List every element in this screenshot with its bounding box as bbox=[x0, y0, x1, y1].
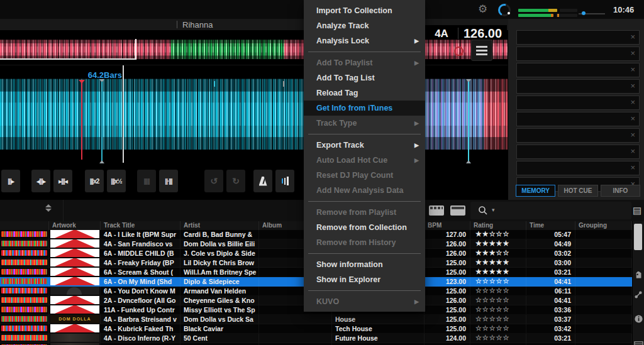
info-icon[interactable] bbox=[634, 314, 643, 324]
detail-waveform[interactable]: 64.2Bars bbox=[0, 65, 508, 163]
cell-rating[interactable]: ★★★★★ bbox=[470, 239, 526, 248]
menu-divider bbox=[308, 201, 421, 202]
grid-double-button[interactable]: |||x2 bbox=[85, 170, 104, 192]
close-icon[interactable]: × bbox=[630, 146, 635, 156]
album-artwork bbox=[50, 334, 99, 342]
layout-two-pane-icon[interactable] bbox=[429, 205, 444, 216]
cell-time: 03:21 bbox=[526, 268, 575, 277]
panel-expander[interactable] bbox=[40, 204, 57, 217]
deck-header-divider bbox=[177, 21, 177, 28]
close-icon[interactable]: × bbox=[630, 130, 635, 140]
cell-rating[interactable]: ☆☆☆☆☆ bbox=[470, 296, 526, 305]
grid-half-button[interactable]: |||x½ bbox=[107, 170, 126, 192]
menu-item[interactable]: Import To Collection bbox=[304, 3, 425, 18]
cell-rating[interactable]: ☆☆☆☆☆ bbox=[470, 305, 526, 314]
close-icon[interactable]: × bbox=[630, 48, 635, 58]
memory-cue-slot: × bbox=[516, 79, 640, 94]
crossfader-slider-handle[interactable] bbox=[582, 11, 586, 15]
cell-rating[interactable]: ★★☆☆☆ bbox=[470, 230, 526, 239]
cell-bpm: 125.00 bbox=[425, 287, 470, 295]
menu-item[interactable]: Reload Tag bbox=[304, 85, 425, 101]
album-artwork bbox=[50, 239, 99, 248]
column-header-blank[interactable] bbox=[0, 221, 49, 230]
beat-tick-volume-button[interactable] bbox=[275, 170, 294, 192]
track-waveform-strip bbox=[1, 241, 47, 246]
cell-rating[interactable]: ☆☆☆☆☆ bbox=[470, 334, 526, 342]
cell-time: 05:47 bbox=[526, 230, 575, 239]
cell-rating[interactable]: ☆☆☆☆☆ bbox=[470, 315, 526, 324]
cell-bpm: 125.00 bbox=[425, 324, 470, 333]
grid-move-right-button[interactable]: ▸|||◂ bbox=[53, 170, 72, 192]
cell-rating[interactable]: ☆☆☆☆☆ bbox=[470, 324, 526, 333]
table-row[interactable]: 4A - Disco Inferno (R-Y50 CentFuture Hou… bbox=[0, 334, 632, 343]
settings-gear-icon[interactable]: ⚙ bbox=[478, 3, 487, 16]
cell-time: 04:41 bbox=[526, 296, 575, 305]
deck-menu-button[interactable] bbox=[471, 40, 492, 61]
close-icon[interactable]: × bbox=[630, 114, 635, 124]
master-volume-knob[interactable] bbox=[498, 4, 511, 16]
cue-panel-tabs: MEMORYHOT CUEINFO bbox=[516, 185, 640, 197]
close-icon[interactable]: × bbox=[630, 65, 635, 75]
memory-cue-slot: × bbox=[516, 161, 640, 175]
cell-bpm: 126.00 bbox=[425, 239, 470, 248]
cell-grouping bbox=[575, 249, 632, 258]
close-icon[interactable]: × bbox=[630, 32, 635, 42]
column-list-icon[interactable]: ▤ bbox=[633, 205, 641, 216]
memory-cue-marker-bottom bbox=[99, 160, 104, 163]
column-header-BPM[interactable]: BPM bbox=[425, 221, 470, 230]
cell-rating[interactable]: ☆☆☆☆☆ bbox=[470, 287, 526, 295]
close-icon[interactable]: × bbox=[630, 163, 635, 173]
close-icon[interactable]: × bbox=[630, 97, 635, 107]
close-icon[interactable]: × bbox=[630, 81, 635, 91]
cell-track-title: 6A - On My Mind (Shd bbox=[101, 277, 180, 286]
column-header-Grouping[interactable]: Grouping bbox=[575, 221, 632, 230]
table-row[interactable]: 4A - Kubrick Faked ThBlack CaviarTech Ho… bbox=[0, 324, 632, 334]
table-row[interactable]: DOM DOLLA4A - Barbra Streisand vDom Doll… bbox=[0, 315, 632, 324]
cell-grouping bbox=[575, 305, 632, 314]
toolbar-divider bbox=[63, 200, 64, 221]
column-header-Time[interactable]: Time bbox=[526, 221, 575, 230]
clock: 10:46 bbox=[613, 5, 634, 14]
metronome-button[interactable] bbox=[253, 170, 272, 192]
menu-item[interactable]: Analyze Track bbox=[304, 18, 425, 33]
column-header-Track Title[interactable]: Track Title bbox=[101, 221, 180, 230]
menu-item[interactable]: Remove from Collection bbox=[304, 220, 425, 235]
cell-rating[interactable]: ★★★★★ bbox=[470, 268, 526, 277]
tab-hot-cue[interactable]: HOT CUE bbox=[558, 185, 597, 197]
layout-one-pane-icon[interactable] bbox=[450, 205, 465, 216]
level-meter-top-rest bbox=[560, 9, 577, 12]
menu-item[interactable]: Show information bbox=[304, 257, 425, 272]
menu-item[interactable]: Add To Tag List bbox=[304, 70, 425, 85]
grid-slide-button[interactable]: |||▸ bbox=[1, 170, 20, 192]
cell-artist: J. Cole vs Diplo & Side bbox=[180, 249, 259, 258]
related-tracks-icon[interactable] bbox=[634, 290, 643, 300]
memory-cue-marker-line[interactable] bbox=[101, 82, 103, 161]
scrollbar-thumb[interactable] bbox=[634, 224, 642, 250]
cell-rating[interactable]: ☆☆☆☆☆ bbox=[470, 277, 526, 286]
menu-item[interactable]: Show in Explorer bbox=[304, 272, 425, 287]
full-track-preview-waveform[interactable] bbox=[0, 39, 508, 60]
tag-icon[interactable] bbox=[634, 271, 643, 281]
search-box[interactable]: ▾ bbox=[470, 202, 631, 219]
column-header-Artist[interactable]: Artist bbox=[180, 221, 259, 230]
cell-rating[interactable]: ★★★★★ bbox=[470, 258, 526, 267]
menu-item[interactable]: Export Track▶ bbox=[304, 138, 425, 153]
beat-grid-current-button[interactable]: ||·||| bbox=[159, 170, 178, 192]
memory-cue-marker-line[interactable] bbox=[468, 82, 469, 161]
list-view-icon[interactable] bbox=[634, 341, 643, 345]
cell-bpm: 125.00 bbox=[425, 315, 470, 324]
cell-track-title: 6A - You Don't Know M bbox=[101, 287, 180, 295]
memory-cue-slot: × bbox=[516, 47, 640, 61]
preview-playhead bbox=[135, 39, 136, 60]
column-header-Rating[interactable]: Rating bbox=[470, 221, 526, 230]
search-filter-caret-icon[interactable]: ▾ bbox=[492, 207, 495, 213]
quantize-indicator-icon[interactable] bbox=[454, 47, 464, 56]
column-header-Artwork[interactable]: Artwork bbox=[49, 221, 101, 230]
cell-rating[interactable]: ★★★☆☆ bbox=[470, 249, 526, 258]
grid-move-left-button[interactable]: ◂|||▸ bbox=[31, 170, 50, 192]
menu-item[interactable]: Analysis Lock▶ bbox=[304, 33, 425, 48]
tab-memory[interactable]: MEMORY bbox=[516, 185, 555, 197]
menu-item[interactable]: Get Info from iTunes bbox=[304, 101, 425, 116]
browser-right-rail bbox=[632, 221, 644, 345]
tab-info[interactable]: INFO bbox=[601, 185, 640, 197]
